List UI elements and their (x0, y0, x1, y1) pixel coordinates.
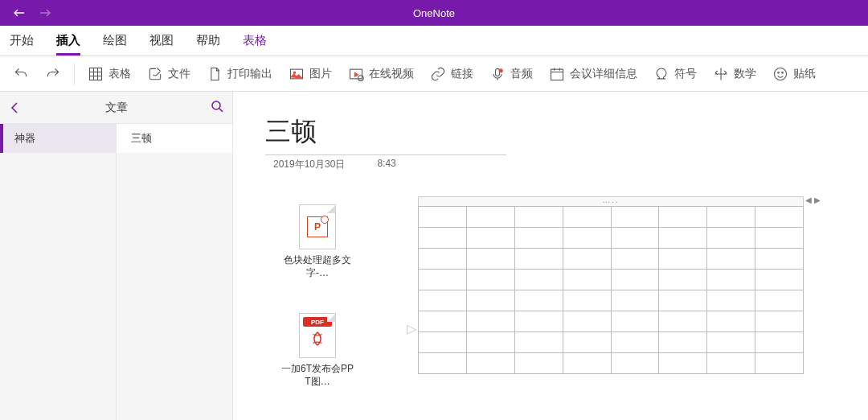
table-object[interactable]: ◀ ▶ (418, 196, 804, 374)
tab-view[interactable]: 视图 (149, 25, 174, 56)
tab-help[interactable]: 帮助 (196, 25, 220, 56)
tab-table-contextual[interactable]: 表格 (243, 25, 267, 56)
table-cell[interactable] (755, 207, 804, 228)
tab-draw[interactable]: 绘图 (103, 25, 127, 56)
table-cell[interactable] (755, 249, 804, 270)
table-cell[interactable] (419, 311, 467, 332)
table-grid[interactable] (418, 206, 804, 374)
table-cell[interactable] (659, 207, 707, 228)
insert-picture-button[interactable]: 图片 (282, 60, 338, 89)
table-cell[interactable] (659, 353, 707, 374)
table-drag-handle[interactable]: ◀ ▶ (418, 196, 804, 206)
note-title[interactable]: 三顿 (265, 114, 506, 155)
table-cell[interactable] (707, 332, 755, 353)
table-cell[interactable] (707, 249, 755, 270)
table-cell[interactable] (419, 228, 467, 249)
table-cell[interactable] (659, 290, 707, 311)
table-cell[interactable] (419, 332, 467, 353)
table-cell[interactable] (659, 270, 707, 290)
table-cell[interactable] (515, 270, 563, 290)
insert-symbol-button[interactable]: 符号 (647, 60, 703, 89)
table-cell[interactable] (467, 290, 515, 311)
table-cell[interactable] (755, 353, 804, 374)
table-cell[interactable] (612, 353, 660, 374)
attachment-pdf[interactable]: PDF 一加6T发布会PPT图… (281, 313, 354, 388)
insert-link-button[interactable]: 链接 (424, 60, 480, 89)
table-cell[interactable] (563, 228, 612, 249)
table-cell[interactable] (515, 353, 563, 374)
insert-audio-button[interactable]: 音频 (483, 60, 539, 89)
table-cell[interactable] (659, 249, 707, 270)
table-cell[interactable] (707, 228, 755, 249)
svg-point-10 (782, 72, 784, 73)
insert-math-button[interactable]: 数学 (706, 60, 763, 89)
table-cell[interactable] (755, 332, 804, 353)
table-cell[interactable] (707, 270, 755, 290)
table-cell[interactable] (707, 311, 755, 332)
table-cell[interactable] (612, 228, 660, 249)
table-cell[interactable] (563, 249, 612, 270)
table-cell[interactable] (563, 353, 612, 374)
table-cell[interactable] (755, 270, 804, 290)
table-cell[interactable] (612, 311, 660, 332)
table-cell[interactable] (755, 290, 804, 311)
table-cell[interactable] (707, 353, 755, 374)
table-cell[interactable] (419, 290, 467, 311)
table-cell[interactable] (563, 311, 612, 332)
table-cell[interactable] (515, 207, 563, 228)
resize-handle-icon[interactable]: ◀ ▶ (805, 196, 821, 204)
table-cell[interactable] (515, 290, 563, 311)
section-item[interactable]: 神器 (0, 124, 116, 153)
insert-online-video-button[interactable]: 在线视频 (342, 60, 420, 89)
search-button[interactable] (210, 99, 224, 116)
table-cell[interactable] (419, 207, 467, 228)
page-item[interactable]: 三顿 (117, 124, 232, 153)
insert-meeting-button[interactable]: 会议详细信息 (542, 60, 644, 89)
table-cell[interactable] (515, 228, 563, 249)
table-cell[interactable] (467, 270, 515, 290)
redo-button[interactable] (39, 60, 68, 89)
tab-insert[interactable]: 插入 (56, 25, 80, 56)
note-canvas[interactable]: 三顿 2019年10月30日 8:43 P 色块处理超多文字-… PDF 一加6… (233, 92, 868, 420)
table-cell[interactable] (563, 207, 612, 228)
table-cell[interactable] (515, 332, 563, 353)
table-cell[interactable] (755, 228, 804, 249)
insert-file-button[interactable]: 文件 (141, 60, 197, 89)
attachment-ppt[interactable]: P 色块处理超多文字-… (281, 204, 354, 279)
table-cell[interactable] (515, 311, 563, 332)
insert-printout-button[interactable]: 打印输出 (200, 60, 279, 89)
sidebar: 文章 神器 三顿 (0, 92, 233, 420)
insert-table-button[interactable]: 表格 (81, 60, 137, 89)
table-cell[interactable] (563, 332, 612, 353)
table-cell[interactable] (659, 332, 707, 353)
table-cell[interactable] (419, 270, 467, 290)
tab-home[interactable]: 开始 (10, 25, 34, 56)
table-cell[interactable] (563, 290, 612, 311)
table-cell[interactable] (707, 290, 755, 311)
table-cell[interactable] (612, 270, 660, 290)
table-cell[interactable] (707, 207, 755, 228)
table-cell[interactable] (467, 228, 515, 249)
forward-button[interactable] (32, 0, 58, 26)
table-cell[interactable] (612, 332, 660, 353)
table-cell[interactable] (612, 207, 660, 228)
table-cell[interactable] (419, 353, 467, 374)
table-cell[interactable] (515, 249, 563, 270)
insert-sticker-button[interactable]: 贴纸 (766, 60, 822, 89)
table-cell[interactable] (467, 249, 515, 270)
table-cell[interactable] (659, 311, 707, 332)
back-button[interactable] (6, 0, 32, 26)
svg-point-9 (778, 72, 780, 73)
table-cell[interactable] (612, 290, 660, 311)
table-cell[interactable] (467, 332, 515, 353)
table-cell[interactable] (755, 311, 804, 332)
table-cell[interactable] (467, 353, 515, 374)
table-cell[interactable] (467, 311, 515, 332)
table-cell[interactable] (659, 228, 707, 249)
sidebar-back-button[interactable] (0, 101, 29, 114)
table-cell[interactable] (612, 249, 660, 270)
undo-button[interactable] (6, 60, 35, 89)
table-cell[interactable] (563, 270, 612, 290)
table-cell[interactable] (419, 249, 467, 270)
table-cell[interactable] (467, 207, 515, 228)
